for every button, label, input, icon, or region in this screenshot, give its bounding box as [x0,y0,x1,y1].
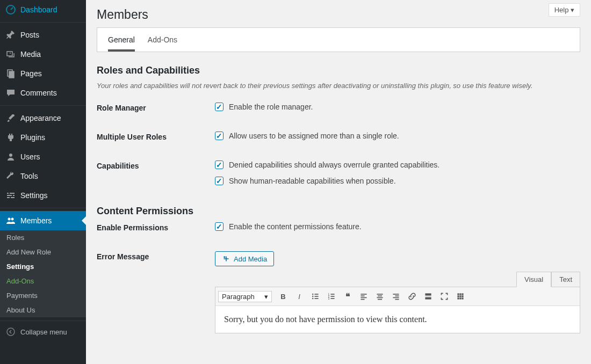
tab-add-ons[interactable]: Add-Ons [148,28,177,52]
add-media-button[interactable]: Add Media [215,251,274,266]
sidebar-item-posts[interactable]: Posts [0,25,86,45]
svg-point-7 [11,218,14,221]
dashboard-icon [5,4,16,15]
svg-rect-45 [462,297,463,299]
svg-rect-21 [330,298,334,299]
wrench-icon [5,171,16,181]
svg-rect-31 [395,295,399,296]
svg-rect-30 [393,294,399,295]
role-manager-checkbox[interactable] [215,103,224,111]
sidebar-item-label: Settings [20,191,48,200]
svg-rect-32 [393,297,399,299]
multi-roles-label: Multiple User Roles [97,132,215,141]
align-center-button[interactable] [372,289,387,304]
svg-point-14 [312,298,313,299]
sidebar-item-label: Tools [20,172,38,180]
capabilities-label: Capabilities [97,161,215,170]
svg-point-12 [312,296,313,297]
caps-readable-checkbox[interactable] [215,177,224,185]
svg-rect-35 [425,296,431,296]
svg-rect-15 [314,298,318,299]
enable-perms-cb-label: Enable the content permissions feature. [229,222,362,231]
sidebar-item-pages[interactable]: Pages [0,64,86,83]
section-content-perms-title: Content Permissions [97,206,580,217]
sidebar-item-label: Plugins [20,133,45,142]
submenu-roles[interactable]: Roles [0,230,86,245]
editor-content[interactable]: Sorry, but you do not have permission to… [215,306,580,333]
svg-rect-22 [361,294,366,295]
svg-rect-23 [361,295,364,296]
user-icon [5,151,16,162]
multi-roles-checkbox[interactable] [215,132,224,140]
wysiwyg-editor: Paragraph ▾ B I 123 ❝ [215,287,580,333]
link-button[interactable] [405,289,420,304]
bold-button[interactable]: B [276,289,291,304]
svg-rect-25 [361,299,364,300]
fullscreen-button[interactable] [437,289,452,304]
number-list-button[interactable]: 123 [324,289,339,304]
read-more-button[interactable] [421,289,436,304]
collapse-icon [5,326,16,337]
submenu-add-new-role[interactable]: Add New Role [0,245,86,259]
svg-rect-39 [462,293,463,295]
svg-point-10 [312,294,313,295]
svg-rect-33 [395,299,399,300]
comments-icon [5,88,16,98]
svg-rect-37 [457,293,459,295]
svg-rect-17 [330,294,334,295]
chevron-down-icon: ▾ [264,293,268,301]
error-message-label: Error Message [97,251,215,261]
caps-readable-cb-label: Show human-readable capabilities when po… [229,177,396,185]
collapse-label: Collapse menu [20,328,67,336]
media-icon [5,49,16,60]
submenu-add-ons[interactable]: Add-Ons [0,274,86,288]
svg-point-9 [224,256,225,258]
sidebar-item-appearance[interactable]: Appearance [0,108,86,128]
submenu-about-us[interactable]: About Us [0,303,86,317]
settings-tabs: General Add-Ons [97,27,580,52]
toolbar-toggle-button[interactable] [453,289,468,304]
caps-denied-checkbox[interactable] [215,161,224,169]
italic-button[interactable]: I [292,289,307,304]
section-roles-caps-desc: Your roles and capabilities will not rev… [97,82,580,90]
sidebar-item-settings[interactable]: Settings [0,186,86,205]
svg-rect-42 [462,295,463,297]
enable-perms-checkbox[interactable] [215,222,224,231]
align-left-button[interactable] [356,289,371,304]
svg-rect-43 [457,297,459,299]
sidebar-item-media[interactable]: Media [0,45,86,64]
svg-rect-41 [459,295,461,297]
help-button[interactable]: Help ▾ [549,3,580,17]
svg-point-2 [10,53,11,54]
svg-rect-26 [377,294,383,295]
media-icon [222,254,230,263]
align-right-button[interactable] [388,289,403,304]
editor-tab-visual[interactable]: Visual [516,272,551,287]
sidebar-item-label: Appearance [20,114,61,122]
sidebar-item-label: Media [20,50,41,59]
sidebar-item-comments[interactable]: Comments [0,83,86,103]
blockquote-button[interactable]: ❝ [340,289,355,304]
bullet-list-button[interactable] [308,289,323,304]
sidebar-item-tools[interactable]: Tools [0,166,86,186]
sidebar-item-label: Pages [20,69,42,78]
svg-rect-27 [378,295,382,296]
sidebar-item-label: Users [20,152,40,161]
editor-tab-text[interactable]: Text [551,272,580,287]
sidebar-item-plugins[interactable]: Plugins [0,128,86,147]
svg-point-5 [9,154,12,157]
main-content: Help ▾ Members General Add-Ons Roles and… [86,0,591,364]
sidebar-item-dashboard[interactable]: Dashboard [0,0,86,19]
format-select[interactable]: Paragraph ▾ [218,291,272,302]
tab-general[interactable]: General [108,28,135,52]
section-roles-caps-title: Roles and Capabilities [97,65,580,76]
sidebar-item-users[interactable]: Users [0,147,86,166]
chevron-down-icon: ▾ [571,6,574,14]
submenu-settings[interactable]: Settings [0,259,86,274]
sidebar-item-label: Comments [20,89,57,97]
sidebar-item-members[interactable]: Members [0,211,86,230]
collapse-menu[interactable]: Collapse menu [0,321,86,343]
submenu-payments[interactable]: Payments [0,288,86,303]
brush-icon [5,113,16,123]
svg-rect-28 [377,297,383,299]
